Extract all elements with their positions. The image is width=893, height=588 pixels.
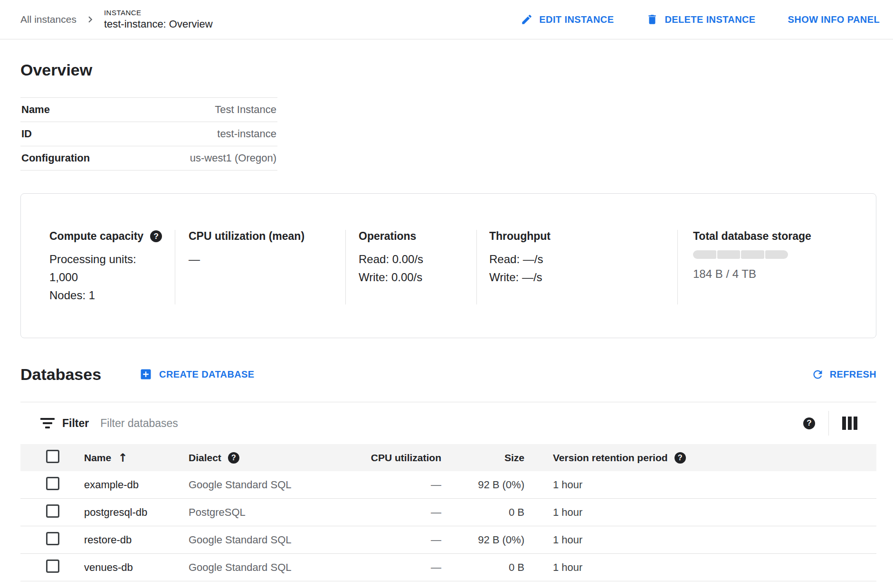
select-all-checkbox[interactable] [46, 450, 59, 463]
storage-usage-bar [693, 250, 788, 259]
row-checkbox[interactable] [46, 477, 59, 490]
edit-instance-button[interactable]: EDIT INSTANCE [521, 13, 614, 26]
field-value: Test Instance [134, 98, 277, 122]
db-dialect: Google Standard SQL [187, 561, 348, 574]
db-size: 0 B [443, 506, 526, 519]
db-size: 92 B (0%) [443, 479, 526, 491]
operations-read-value: Read: 0.00/s [359, 250, 476, 268]
db-retention-period: 1 hour [526, 561, 876, 574]
nodes-value: Nodes: 1 [49, 286, 161, 304]
add-box-icon [139, 368, 152, 381]
help-icon[interactable]: ? [674, 452, 686, 464]
create-database-label: CREATE DATABASE [159, 369, 254, 380]
filter-databases-input[interactable] [100, 417, 803, 430]
row-checkbox[interactable] [46, 504, 59, 518]
db-retention-period: 1 hour [526, 534, 876, 546]
processing-units-value: Processing units: 1,000 [49, 250, 161, 286]
show-info-panel-button[interactable]: SHOW INFO PANEL [788, 14, 880, 25]
throughput-read-value: Read: —/s [489, 250, 677, 268]
metric-cpu-utilization: CPU utilization (mean) — [175, 230, 345, 304]
overview-row-name: Name Test Instance [20, 98, 277, 122]
db-dialect: PostgreSQL [187, 506, 348, 519]
databases-header: Databases CREATE DATABASE REFRESH [20, 365, 876, 384]
cpu-utilization-label: CPU utilization (mean) [189, 230, 304, 243]
page-title: test-instance: Overview [104, 18, 213, 31]
storage-bar-segment [693, 250, 716, 259]
storage-bar-segment [765, 250, 788, 259]
breadcrumb: All instances INSTANCE test-instance: Ov… [20, 9, 213, 30]
db-cpu-utilization: — [348, 506, 443, 519]
db-cpu-utilization: — [348, 561, 443, 574]
metric-total-storage: Total database storage 184 B / 4 TB [677, 230, 876, 304]
trash-icon [646, 13, 658, 26]
db-size: 0 B [443, 561, 526, 574]
vertical-divider [828, 411, 829, 436]
refresh-icon [811, 368, 824, 381]
cpu-utilization-value: — [189, 250, 345, 268]
field-value: test-instance [134, 122, 277, 146]
db-dialect: Google Standard SQL [187, 534, 348, 546]
chevron-right-icon [84, 13, 96, 26]
row-checkbox[interactable] [46, 560, 59, 573]
db-retention-period: 1 hour [526, 479, 876, 491]
create-database-button[interactable]: CREATE DATABASE [139, 368, 254, 381]
db-dialect: Google Standard SQL [187, 479, 348, 491]
db-retention-period: 1 hour [526, 506, 876, 519]
help-icon[interactable]: ? [150, 230, 162, 242]
databases-table-section: Filter ? Name ↑ Dialect ? CPU utiliza [20, 402, 876, 581]
column-header-dialect[interactable]: Dialect ? [187, 452, 348, 464]
db-name[interactable]: restore-db [82, 534, 187, 546]
edit-instance-label: EDIT INSTANCE [539, 14, 614, 25]
top-actions: EDIT INSTANCE DELETE INSTANCE SHOW INFO … [521, 13, 880, 26]
sort-ascending-icon[interactable]: ↑ [118, 452, 127, 464]
main-content: Overview Name Test Instance ID test-inst… [0, 60, 893, 581]
refresh-label: REFRESH [830, 369, 876, 380]
db-name[interactable]: example-db [82, 479, 187, 491]
metric-throughput: Throughput Read: —/s Write: —/s [476, 230, 677, 304]
table-row: venues-db Google Standard SQL — 0 B 1 ho… [20, 554, 876, 581]
table-row: postgresql-db PostgreSQL — 0 B 1 hour [20, 499, 876, 526]
retention-column-label: Version retention period [553, 452, 668, 464]
db-cpu-utilization: — [348, 534, 443, 546]
breadcrumb-all-instances[interactable]: All instances [20, 14, 76, 25]
top-bar: All instances INSTANCE test-instance: Ov… [0, 0, 893, 39]
db-cpu-utilization: — [348, 479, 443, 491]
db-name[interactable]: postgresql-db [82, 506, 187, 519]
name-column-label: Name [84, 452, 111, 464]
entity-kind-label: INSTANCE [104, 9, 213, 18]
page-title-block: INSTANCE test-instance: Overview [104, 9, 213, 30]
dialect-column-label: Dialect [189, 452, 221, 464]
table-row: restore-db Google Standard SQL — 92 B (0… [20, 526, 876, 554]
operations-label: Operations [359, 230, 416, 243]
filter-label: Filter [62, 417, 89, 430]
db-size: 92 B (0%) [443, 534, 526, 546]
filter-bar-actions: ? [803, 411, 857, 436]
column-header-retention[interactable]: Version retention period ? [526, 452, 876, 464]
help-icon[interactable]: ? [228, 452, 239, 464]
filter-chip[interactable]: Filter [20, 417, 89, 430]
row-checkbox[interactable] [46, 532, 59, 545]
overview-row-configuration: Configuration us-west1 (Oregon) [20, 146, 277, 171]
column-header-cpu[interactable]: CPU utilization [348, 452, 443, 464]
databases-heading: Databases [20, 365, 101, 384]
db-name[interactable]: venues-db [82, 561, 187, 574]
field-label: Name [20, 98, 134, 122]
storage-bar-segment [741, 250, 764, 259]
field-label: Configuration [20, 146, 134, 171]
help-icon[interactable]: ? [803, 417, 815, 429]
column-display-options-icon[interactable] [842, 417, 857, 430]
storage-usage-value: 184 B / 4 TB [693, 267, 876, 281]
overview-row-id: ID test-instance [20, 122, 277, 146]
delete-instance-button[interactable]: DELETE INSTANCE [646, 13, 755, 26]
filter-icon [40, 418, 55, 428]
total-storage-label: Total database storage [693, 230, 811, 243]
metric-operations: Operations Read: 0.00/s Write: 0.00/s [345, 230, 476, 304]
column-header-name[interactable]: Name ↑ [82, 452, 187, 464]
overview-table: Name Test Instance ID test-instance Conf… [20, 97, 277, 171]
size-column-label: Size [504, 452, 524, 464]
pencil-icon [521, 13, 533, 26]
show-info-panel-label: SHOW INFO PANEL [788, 14, 880, 25]
compute-capacity-label: Compute capacity [49, 230, 143, 243]
column-header-size[interactable]: Size [443, 452, 526, 464]
refresh-button[interactable]: REFRESH [811, 368, 876, 381]
